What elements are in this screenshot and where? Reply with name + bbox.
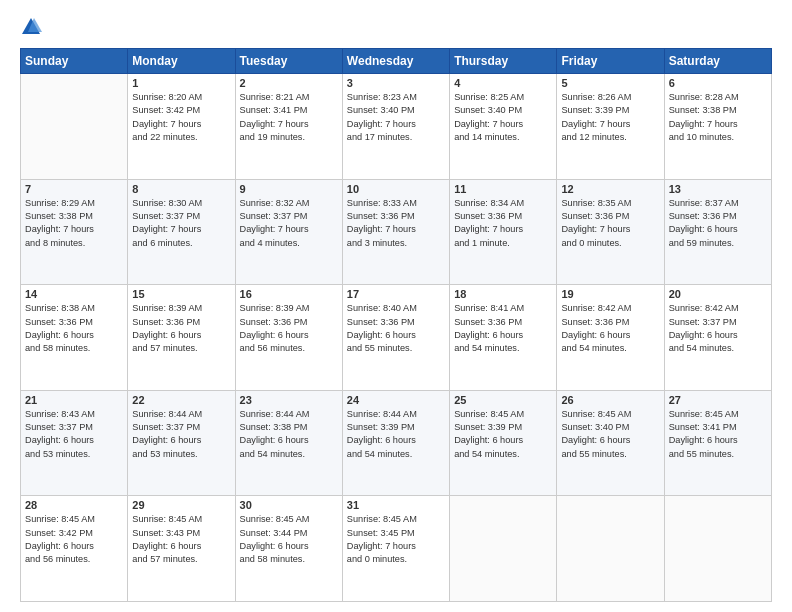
week-row-5: 28Sunrise: 8:45 AM Sunset: 3:42 PM Dayli… bbox=[21, 496, 772, 602]
weekday-header-saturday: Saturday bbox=[664, 49, 771, 74]
calendar-cell: 16Sunrise: 8:39 AM Sunset: 3:36 PM Dayli… bbox=[235, 285, 342, 391]
day-info: Sunrise: 8:45 AM Sunset: 3:41 PM Dayligh… bbox=[669, 408, 767, 461]
calendar-cell bbox=[664, 496, 771, 602]
calendar-cell: 1Sunrise: 8:20 AM Sunset: 3:42 PM Daylig… bbox=[128, 74, 235, 180]
day-info: Sunrise: 8:26 AM Sunset: 3:39 PM Dayligh… bbox=[561, 91, 659, 144]
day-number: 2 bbox=[240, 77, 338, 89]
calendar-cell: 26Sunrise: 8:45 AM Sunset: 3:40 PM Dayli… bbox=[557, 390, 664, 496]
weekday-header-row: SundayMondayTuesdayWednesdayThursdayFrid… bbox=[21, 49, 772, 74]
calendar-cell: 22Sunrise: 8:44 AM Sunset: 3:37 PM Dayli… bbox=[128, 390, 235, 496]
day-info: Sunrise: 8:45 AM Sunset: 3:42 PM Dayligh… bbox=[25, 513, 123, 566]
day-info: Sunrise: 8:30 AM Sunset: 3:37 PM Dayligh… bbox=[132, 197, 230, 250]
calendar-cell: 18Sunrise: 8:41 AM Sunset: 3:36 PM Dayli… bbox=[450, 285, 557, 391]
day-info: Sunrise: 8:42 AM Sunset: 3:36 PM Dayligh… bbox=[561, 302, 659, 355]
day-info: Sunrise: 8:43 AM Sunset: 3:37 PM Dayligh… bbox=[25, 408, 123, 461]
day-number: 15 bbox=[132, 288, 230, 300]
week-row-2: 7Sunrise: 8:29 AM Sunset: 3:38 PM Daylig… bbox=[21, 179, 772, 285]
day-info: Sunrise: 8:21 AM Sunset: 3:41 PM Dayligh… bbox=[240, 91, 338, 144]
logo bbox=[20, 16, 46, 38]
day-number: 1 bbox=[132, 77, 230, 89]
day-number: 3 bbox=[347, 77, 445, 89]
calendar-cell: 17Sunrise: 8:40 AM Sunset: 3:36 PM Dayli… bbox=[342, 285, 449, 391]
calendar-cell: 24Sunrise: 8:44 AM Sunset: 3:39 PM Dayli… bbox=[342, 390, 449, 496]
day-info: Sunrise: 8:37 AM Sunset: 3:36 PM Dayligh… bbox=[669, 197, 767, 250]
weekday-header-sunday: Sunday bbox=[21, 49, 128, 74]
day-number: 30 bbox=[240, 499, 338, 511]
day-info: Sunrise: 8:29 AM Sunset: 3:38 PM Dayligh… bbox=[25, 197, 123, 250]
day-info: Sunrise: 8:25 AM Sunset: 3:40 PM Dayligh… bbox=[454, 91, 552, 144]
weekday-header-wednesday: Wednesday bbox=[342, 49, 449, 74]
calendar-cell: 4Sunrise: 8:25 AM Sunset: 3:40 PM Daylig… bbox=[450, 74, 557, 180]
day-number: 5 bbox=[561, 77, 659, 89]
day-number: 14 bbox=[25, 288, 123, 300]
day-number: 4 bbox=[454, 77, 552, 89]
day-number: 20 bbox=[669, 288, 767, 300]
weekday-header-monday: Monday bbox=[128, 49, 235, 74]
calendar-cell: 25Sunrise: 8:45 AM Sunset: 3:39 PM Dayli… bbox=[450, 390, 557, 496]
calendar-cell: 23Sunrise: 8:44 AM Sunset: 3:38 PM Dayli… bbox=[235, 390, 342, 496]
day-info: Sunrise: 8:45 AM Sunset: 3:45 PM Dayligh… bbox=[347, 513, 445, 566]
day-number: 25 bbox=[454, 394, 552, 406]
day-number: 12 bbox=[561, 183, 659, 195]
logo-icon bbox=[20, 16, 42, 38]
calendar-cell: 8Sunrise: 8:30 AM Sunset: 3:37 PM Daylig… bbox=[128, 179, 235, 285]
day-info: Sunrise: 8:28 AM Sunset: 3:38 PM Dayligh… bbox=[669, 91, 767, 144]
calendar-cell: 6Sunrise: 8:28 AM Sunset: 3:38 PM Daylig… bbox=[664, 74, 771, 180]
day-info: Sunrise: 8:45 AM Sunset: 3:43 PM Dayligh… bbox=[132, 513, 230, 566]
calendar-cell: 21Sunrise: 8:43 AM Sunset: 3:37 PM Dayli… bbox=[21, 390, 128, 496]
calendar-cell: 28Sunrise: 8:45 AM Sunset: 3:42 PM Dayli… bbox=[21, 496, 128, 602]
calendar-cell: 2Sunrise: 8:21 AM Sunset: 3:41 PM Daylig… bbox=[235, 74, 342, 180]
day-info: Sunrise: 8:44 AM Sunset: 3:37 PM Dayligh… bbox=[132, 408, 230, 461]
day-number: 28 bbox=[25, 499, 123, 511]
day-number: 27 bbox=[669, 394, 767, 406]
day-number: 8 bbox=[132, 183, 230, 195]
calendar-cell bbox=[450, 496, 557, 602]
calendar-cell: 3Sunrise: 8:23 AM Sunset: 3:40 PM Daylig… bbox=[342, 74, 449, 180]
week-row-4: 21Sunrise: 8:43 AM Sunset: 3:37 PM Dayli… bbox=[21, 390, 772, 496]
day-number: 11 bbox=[454, 183, 552, 195]
week-row-3: 14Sunrise: 8:38 AM Sunset: 3:36 PM Dayli… bbox=[21, 285, 772, 391]
day-info: Sunrise: 8:35 AM Sunset: 3:36 PM Dayligh… bbox=[561, 197, 659, 250]
day-number: 24 bbox=[347, 394, 445, 406]
day-number: 19 bbox=[561, 288, 659, 300]
weekday-header-thursday: Thursday bbox=[450, 49, 557, 74]
day-number: 26 bbox=[561, 394, 659, 406]
calendar-cell: 14Sunrise: 8:38 AM Sunset: 3:36 PM Dayli… bbox=[21, 285, 128, 391]
day-info: Sunrise: 8:45 AM Sunset: 3:39 PM Dayligh… bbox=[454, 408, 552, 461]
day-number: 16 bbox=[240, 288, 338, 300]
calendar-table: SundayMondayTuesdayWednesdayThursdayFrid… bbox=[20, 48, 772, 602]
day-number: 17 bbox=[347, 288, 445, 300]
calendar-cell bbox=[557, 496, 664, 602]
calendar-cell: 30Sunrise: 8:45 AM Sunset: 3:44 PM Dayli… bbox=[235, 496, 342, 602]
day-info: Sunrise: 8:42 AM Sunset: 3:37 PM Dayligh… bbox=[669, 302, 767, 355]
day-number: 9 bbox=[240, 183, 338, 195]
calendar-cell: 13Sunrise: 8:37 AM Sunset: 3:36 PM Dayli… bbox=[664, 179, 771, 285]
weekday-header-friday: Friday bbox=[557, 49, 664, 74]
day-number: 22 bbox=[132, 394, 230, 406]
day-info: Sunrise: 8:33 AM Sunset: 3:36 PM Dayligh… bbox=[347, 197, 445, 250]
day-info: Sunrise: 8:39 AM Sunset: 3:36 PM Dayligh… bbox=[132, 302, 230, 355]
calendar-cell: 31Sunrise: 8:45 AM Sunset: 3:45 PM Dayli… bbox=[342, 496, 449, 602]
calendar-cell: 19Sunrise: 8:42 AM Sunset: 3:36 PM Dayli… bbox=[557, 285, 664, 391]
day-info: Sunrise: 8:44 AM Sunset: 3:39 PM Dayligh… bbox=[347, 408, 445, 461]
day-info: Sunrise: 8:32 AM Sunset: 3:37 PM Dayligh… bbox=[240, 197, 338, 250]
day-number: 21 bbox=[25, 394, 123, 406]
day-info: Sunrise: 8:38 AM Sunset: 3:36 PM Dayligh… bbox=[25, 302, 123, 355]
header bbox=[20, 16, 772, 38]
weekday-header-tuesday: Tuesday bbox=[235, 49, 342, 74]
calendar-cell: 11Sunrise: 8:34 AM Sunset: 3:36 PM Dayli… bbox=[450, 179, 557, 285]
day-info: Sunrise: 8:45 AM Sunset: 3:40 PM Dayligh… bbox=[561, 408, 659, 461]
day-number: 6 bbox=[669, 77, 767, 89]
calendar-cell: 27Sunrise: 8:45 AM Sunset: 3:41 PM Dayli… bbox=[664, 390, 771, 496]
calendar-cell: 20Sunrise: 8:42 AM Sunset: 3:37 PM Dayli… bbox=[664, 285, 771, 391]
calendar-cell: 5Sunrise: 8:26 AM Sunset: 3:39 PM Daylig… bbox=[557, 74, 664, 180]
day-number: 31 bbox=[347, 499, 445, 511]
calendar-page: SundayMondayTuesdayWednesdayThursdayFrid… bbox=[0, 0, 792, 612]
day-info: Sunrise: 8:34 AM Sunset: 3:36 PM Dayligh… bbox=[454, 197, 552, 250]
day-info: Sunrise: 8:44 AM Sunset: 3:38 PM Dayligh… bbox=[240, 408, 338, 461]
week-row-1: 1Sunrise: 8:20 AM Sunset: 3:42 PM Daylig… bbox=[21, 74, 772, 180]
day-number: 29 bbox=[132, 499, 230, 511]
calendar-cell: 29Sunrise: 8:45 AM Sunset: 3:43 PM Dayli… bbox=[128, 496, 235, 602]
day-info: Sunrise: 8:41 AM Sunset: 3:36 PM Dayligh… bbox=[454, 302, 552, 355]
day-number: 13 bbox=[669, 183, 767, 195]
